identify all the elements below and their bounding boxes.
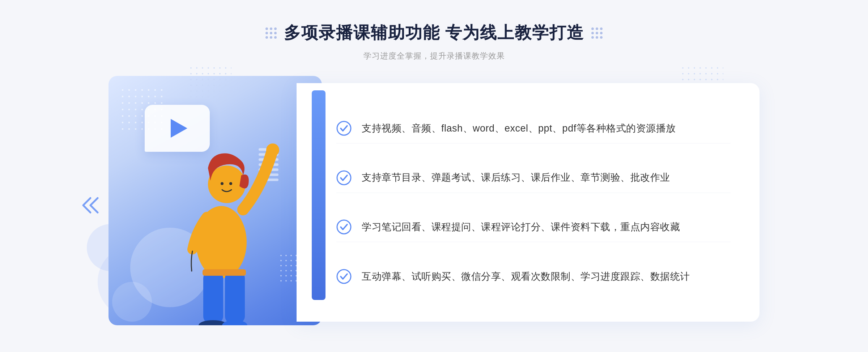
svg-rect-4: [225, 271, 245, 323]
svg-rect-3: [203, 271, 223, 323]
svg-point-6: [222, 320, 247, 325]
feature-text-4: 互动弹幕、试听购买、微信分享、观看次数限制、学习进度跟踪、数据统计: [362, 269, 690, 284]
deco-dots-top-left: [188, 65, 231, 101]
svg-point-2: [266, 143, 279, 156]
svg-point-13: [337, 270, 351, 283]
svg-point-11: [337, 171, 351, 185]
svg-point-12: [337, 220, 351, 234]
deco-circle-small: [112, 282, 152, 322]
illustration-card: [109, 76, 322, 325]
check-icon-2: [336, 170, 352, 185]
svg-rect-7: [203, 269, 246, 276]
feature-text-2: 支持章节目录、弹题考试、课后练习、课后作业、章节测验、批改作业: [362, 170, 670, 185]
header-section: 多项录播课辅助功能 专为线上教学打造 学习进度全掌握，提升录播课教学效果: [265, 22, 603, 61]
svg-point-10: [337, 121, 351, 135]
check-icon-4: [336, 269, 352, 284]
check-icon-1: [336, 121, 352, 136]
blue-accent-bar: [312, 90, 326, 300]
feature-item-4: 互动弹幕、试听购买、微信分享、观看次数限制、学习进度跟踪、数据统计: [336, 262, 731, 291]
title-row: 多项录播课辅助功能 专为线上教学打造: [265, 22, 603, 44]
feature-item-2: 支持章节目录、弹题考试、课后练习、课后作业、章节测验、批改作业: [336, 163, 731, 193]
svg-point-9: [229, 182, 232, 185]
right-decorative-dots: [591, 27, 603, 39]
feature-item-1: 支持视频、音频、flash、word、excel、ppt、pdf等各种格式的资源…: [336, 113, 731, 143]
svg-point-8: [221, 182, 224, 185]
subtitle: 学习进度全掌握，提升录播课教学效果: [265, 51, 603, 61]
check-icon-3: [336, 219, 352, 235]
feature-text-3: 学习笔记回看、课程提问、课程评论打分、课件资料下载，重点内容收藏: [362, 220, 680, 235]
main-title: 多项录播课辅助功能 专为线上教学打造: [284, 22, 584, 44]
main-content: 支持视频、音频、flash、word、excel、ppt、pdf等各种格式的资源…: [109, 76, 760, 336]
left-decorative-dots: [265, 27, 277, 39]
feature-item-3: 学习笔记回看、课程提问、课程评论打分、课件资料下载，重点内容收藏: [336, 212, 731, 242]
person-illustration: [160, 108, 283, 325]
chevron-left-icon: [80, 196, 101, 216]
features-panel: 支持视频、音频、flash、word、excel、ppt、pdf等各种格式的资源…: [297, 83, 760, 322]
feature-text-1: 支持视频、音频、flash、word、excel、ppt、pdf等各种格式的资源…: [362, 121, 676, 136]
page-wrapper: 多项录播课辅助功能 专为线上教学打造 学习进度全掌握，提升录播课教学效果: [0, 0, 868, 352]
